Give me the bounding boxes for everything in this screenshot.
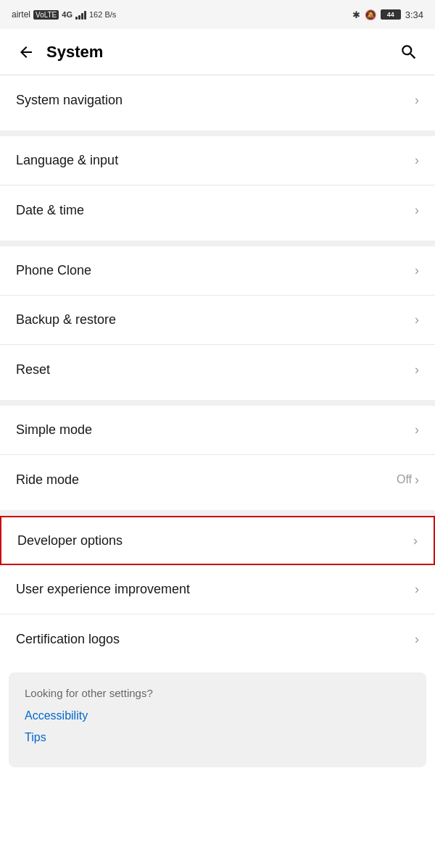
settings-item-ride-mode[interactable]: Ride mode Off ›: [0, 455, 435, 504]
settings-item-developer-options[interactable]: Developer options ›: [0, 516, 435, 565]
divider-1: [0, 130, 435, 136]
language-input-right: ›: [415, 153, 419, 168]
user-experience-right: ›: [415, 582, 419, 597]
simple-mode-label: Simple mode: [16, 422, 92, 438]
section-mode: Simple mode › Ride mode Off ›: [0, 406, 435, 504]
section-navigation: System navigation ›: [0, 75, 435, 125]
ride-mode-value: Off: [397, 473, 412, 486]
carrier-label: airtel: [12, 9, 30, 20]
chevron-icon: ›: [415, 93, 419, 108]
reset-right: ›: [415, 362, 419, 377]
settings-item-date-time[interactable]: Date & time ›: [0, 185, 435, 235]
bluetooth-icon: ✱: [352, 9, 360, 20]
app-header: System: [0, 29, 435, 75]
settings-item-reset[interactable]: Reset ›: [0, 345, 435, 394]
ride-mode-label: Ride mode: [16, 472, 79, 488]
settings-item-simple-mode[interactable]: Simple mode ›: [0, 406, 435, 455]
settings-item-system-navigation[interactable]: System navigation ›: [0, 75, 435, 125]
data-speed: 162 B/s: [89, 10, 116, 19]
ride-mode-right: Off ›: [397, 472, 419, 488]
user-experience-label: User experience improvement: [16, 582, 190, 597]
settings-item-certification-logos[interactable]: Certification logos ›: [0, 614, 435, 664]
status-left: airtel VoLTE 4G 162 B/s: [12, 9, 116, 20]
settings-item-phone-clone[interactable]: Phone Clone ›: [0, 246, 435, 296]
phone-clone-right: ›: [415, 263, 419, 278]
date-time-label: Date & time: [16, 203, 84, 218]
chevron-icon: ›: [415, 263, 419, 278]
notification-icon: 🔕: [365, 9, 376, 20]
chevron-icon: ›: [415, 472, 419, 488]
section-phone-clone: Phone Clone › Backup & restore › Reset ›: [0, 246, 435, 394]
developer-options-label: Developer options: [17, 533, 123, 548]
chevron-icon: ›: [413, 533, 418, 548]
phone-clone-label: Phone Clone: [16, 263, 91, 278]
backup-restore-right: ›: [415, 312, 419, 327]
chevron-icon: ›: [415, 362, 419, 377]
divider-3: [0, 400, 435, 406]
accessibility-link[interactable]: Accessibility: [25, 709, 410, 722]
signal-bars: [75, 9, 86, 20]
language-input-label: Language & input: [16, 153, 118, 168]
divider-2: [0, 241, 435, 246]
chevron-icon: ›: [415, 582, 419, 597]
settings-item-backup-restore[interactable]: Backup & restore ›: [0, 296, 435, 345]
divider-4: [0, 510, 435, 516]
settings-item-language-input[interactable]: Language & input ›: [0, 136, 435, 185]
certification-logos-right: ›: [415, 632, 419, 647]
chevron-icon: ›: [415, 312, 419, 327]
backup-restore-label: Backup & restore: [16, 312, 116, 327]
search-button[interactable]: [394, 38, 423, 67]
chevron-icon: ›: [415, 422, 419, 438]
system-navigation-right: ›: [415, 93, 419, 108]
other-settings-card: Looking for other settings? Accessibilit…: [9, 672, 426, 767]
simple-mode-right: ›: [415, 422, 419, 438]
page-title: System: [46, 43, 394, 62]
time-label: 3:34: [405, 9, 423, 20]
network-type: VoLTE: [33, 10, 59, 20]
battery-level: 44: [381, 9, 401, 20]
chevron-icon: ›: [415, 632, 419, 647]
other-settings-title: Looking for other settings?: [25, 687, 410, 699]
section-language-date: Language & input › Date & time ›: [0, 136, 435, 235]
network-4g: 4G: [62, 10, 72, 19]
back-button[interactable]: [12, 38, 41, 67]
status-bar: airtel VoLTE 4G 162 B/s ✱ 🔕 44 3:34: [0, 0, 435, 29]
chevron-icon: ›: [415, 153, 419, 168]
system-navigation-label: System navigation: [16, 93, 123, 108]
certification-logos-label: Certification logos: [16, 632, 120, 647]
reset-label: Reset: [16, 362, 50, 377]
status-right: ✱ 🔕 44 3:34: [352, 9, 423, 20]
date-time-right: ›: [415, 203, 419, 218]
section-developer: Developer options › User experience impr…: [0, 516, 435, 664]
settings-item-user-experience[interactable]: User experience improvement ›: [0, 565, 435, 614]
chevron-icon: ›: [415, 203, 419, 218]
tips-link[interactable]: Tips: [25, 731, 410, 744]
developer-options-right: ›: [413, 533, 418, 548]
